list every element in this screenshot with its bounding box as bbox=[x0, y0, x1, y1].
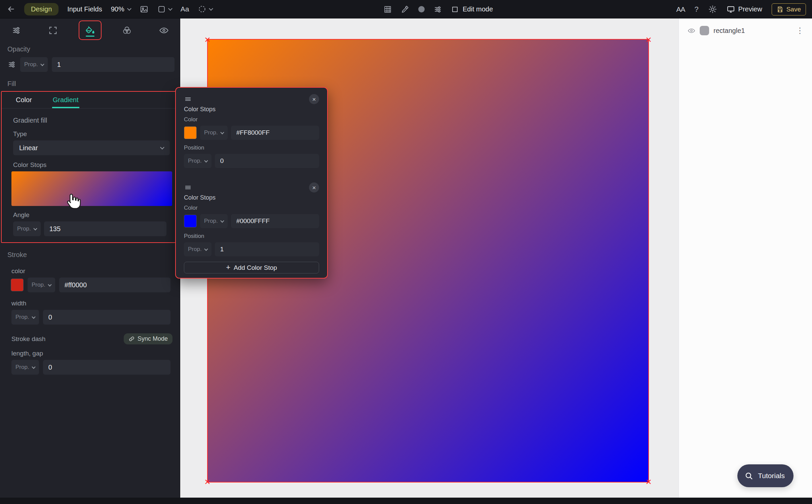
stroke-width-row: Prop. bbox=[11, 310, 170, 325]
length-gap-prop-select[interactable]: Prop. bbox=[11, 360, 39, 375]
tutorials-label: Tutorials bbox=[758, 472, 785, 480]
add-color-stop-label: Add Color Stop bbox=[234, 264, 277, 271]
save-icon bbox=[777, 6, 783, 13]
edit-mode-icon bbox=[451, 5, 459, 13]
opacity-options-button[interactable] bbox=[7, 60, 16, 69]
drag-handle-icon[interactable] bbox=[184, 95, 192, 103]
fill-settings-highlight: Color Gradient Gradient fill Type Linear… bbox=[1, 91, 177, 243]
gradient-preview[interactable] bbox=[11, 171, 172, 206]
stop-color-swatch[interactable] bbox=[184, 215, 197, 227]
type-label: Type bbox=[13, 130, 176, 138]
dashed-circle-icon bbox=[198, 5, 206, 13]
stop-title: Color Stops bbox=[184, 194, 319, 201]
length-gap-input[interactable] bbox=[43, 360, 170, 375]
stop-color-label: Color bbox=[184, 116, 319, 123]
tab-fill[interactable] bbox=[79, 20, 102, 40]
tutorials-button[interactable]: Tutorials bbox=[737, 464, 794, 487]
opacity-prop-select[interactable]: Prop. bbox=[20, 57, 48, 72]
settings-button[interactable] bbox=[708, 5, 717, 14]
save-button[interactable]: Save bbox=[772, 3, 806, 15]
eyedropper-icon bbox=[401, 5, 410, 14]
stroke-color-input[interactable] bbox=[59, 278, 170, 292]
layer-row-rectangle1[interactable]: rectangle1 ⋮ bbox=[684, 23, 808, 38]
chevron-down-icon bbox=[204, 159, 208, 162]
shape-tool-button[interactable] bbox=[198, 5, 212, 13]
stop-color-input[interactable] bbox=[231, 214, 319, 228]
stop-color-prop-select[interactable]: Prop. bbox=[200, 214, 228, 228]
left-panel: Opacity Prop. Fill Color Gradient Gradie… bbox=[0, 18, 180, 504]
stroke-width-input[interactable] bbox=[43, 310, 170, 325]
stroke-dash-label: Stroke dash bbox=[11, 335, 45, 343]
tab-gradient[interactable]: Gradient bbox=[52, 96, 79, 108]
stroke-width-prop-select[interactable]: Prop. bbox=[11, 310, 39, 325]
resize-handle-bottom-left[interactable]: × bbox=[204, 478, 211, 485]
close-icon: × bbox=[312, 96, 316, 102]
drag-handle-icon[interactable] bbox=[184, 183, 192, 192]
opacity-input[interactable] bbox=[52, 57, 175, 72]
text-size-button[interactable]: AA bbox=[676, 5, 685, 13]
preview-button[interactable]: Preview bbox=[727, 5, 762, 13]
stroke-color-prop-select[interactable]: Prop. bbox=[28, 278, 55, 292]
topbar-right-group: AA ? Preview Save bbox=[676, 0, 806, 18]
gradient-preview-wrap bbox=[11, 171, 172, 206]
expand-icon bbox=[48, 26, 58, 35]
stop-position-input[interactable] bbox=[215, 242, 319, 256]
add-color-stop-button[interactable]: + Add Color Stop bbox=[184, 262, 319, 274]
color-dot-button[interactable] bbox=[418, 6, 425, 12]
layer-menu-button[interactable]: ⋮ bbox=[796, 26, 804, 35]
stop-position-prop-select[interactable]: Prop. bbox=[184, 154, 211, 168]
frame-tool-button[interactable] bbox=[157, 5, 172, 13]
text-tool-label: Aa bbox=[181, 5, 189, 13]
stop-1-header: × bbox=[184, 94, 319, 104]
gradient-type-select[interactable]: Linear bbox=[13, 140, 170, 155]
opacity-row: Prop. bbox=[7, 57, 175, 72]
prop-label: Prop. bbox=[188, 158, 202, 164]
sync-mode-button[interactable]: Sync Mode bbox=[124, 333, 172, 344]
resize-handle-top-right[interactable]: × bbox=[645, 36, 652, 43]
help-button[interactable]: ? bbox=[694, 5, 698, 14]
stop-color-input[interactable] bbox=[231, 126, 319, 140]
prop-label: Prop. bbox=[204, 129, 218, 136]
tab-visibility[interactable] bbox=[152, 20, 175, 40]
zoom-select[interactable]: 90% bbox=[111, 5, 131, 13]
stop-color-prop-select[interactable]: Prop. bbox=[200, 126, 228, 140]
layer-visibility-button[interactable] bbox=[688, 27, 695, 35]
back-button[interactable] bbox=[7, 5, 15, 13]
remove-stop-button[interactable]: × bbox=[309, 94, 319, 104]
grid-toggle-button[interactable] bbox=[383, 5, 392, 14]
stop-position-label: Position bbox=[184, 144, 319, 151]
close-icon: × bbox=[312, 184, 316, 191]
adjust-button[interactable] bbox=[433, 5, 442, 14]
stop-color-swatch[interactable] bbox=[184, 126, 197, 139]
stop-position-prop-select[interactable]: Prop. bbox=[184, 242, 211, 256]
length-gap-row: Prop. bbox=[11, 360, 170, 375]
tab-color-label: Color bbox=[16, 96, 32, 103]
tab-layout[interactable] bbox=[42, 20, 65, 40]
angle-prop-select[interactable]: Prop. bbox=[13, 221, 41, 236]
tab-properties[interactable] bbox=[5, 20, 28, 40]
kebab-menu-icon: ⋮ bbox=[796, 26, 804, 35]
stroke-width-label: width bbox=[11, 300, 180, 307]
text-size-icon: AA bbox=[676, 5, 685, 13]
design-tab[interactable]: Design bbox=[24, 3, 59, 15]
tab-blend[interactable] bbox=[115, 20, 138, 40]
angle-input[interactable] bbox=[44, 221, 166, 236]
preview-label: Preview bbox=[738, 5, 762, 13]
color-stop-group-1: × Color Stops Color Prop. Position Prop. bbox=[184, 94, 319, 168]
resize-handle-bottom-right[interactable]: × bbox=[645, 478, 652, 485]
edit-mode-button[interactable]: Edit mode bbox=[451, 5, 493, 13]
tab-color[interactable]: Color bbox=[15, 96, 33, 108]
resize-handle-top-left[interactable]: × bbox=[204, 36, 211, 43]
remove-stop-button[interactable]: × bbox=[309, 182, 319, 193]
stroke-color-swatch[interactable] bbox=[11, 279, 24, 291]
blend-circles-icon bbox=[122, 26, 132, 35]
eyedropper-button[interactable] bbox=[401, 5, 410, 14]
chevron-down-icon bbox=[32, 365, 35, 369]
prop-label: Prop. bbox=[15, 364, 29, 371]
chevron-down-icon bbox=[33, 226, 37, 230]
gradient-type-value: Linear bbox=[19, 144, 38, 152]
image-tool-button[interactable] bbox=[140, 5, 149, 14]
stop-position-input[interactable] bbox=[215, 154, 319, 168]
fill-section-label: Fill bbox=[7, 80, 180, 88]
text-tool-button[interactable]: Aa bbox=[181, 5, 189, 13]
